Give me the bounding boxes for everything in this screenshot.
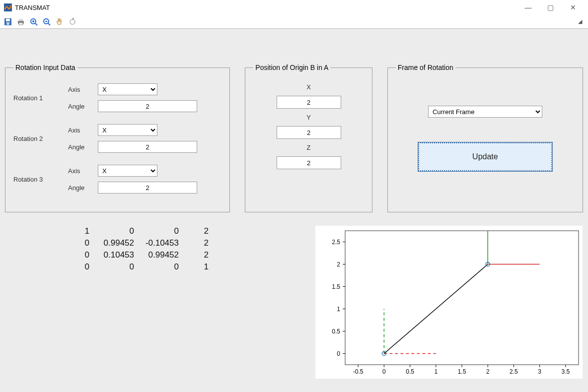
svg-text:2: 2: [486, 368, 490, 375]
svg-text:2.5: 2.5: [332, 239, 340, 246]
update-button[interactable]: Update: [418, 142, 552, 171]
rotation3-axis-select[interactable]: X: [98, 165, 157, 177]
transform-matrix: 100200.99452-0.10453200.104530.994522000…: [70, 225, 228, 379]
pos-z-label: Z: [307, 144, 311, 151]
rotation1-angle-label: Angle: [68, 103, 98, 110]
titlebar: TRANSMAT — ▢ ✕: [0, 0, 588, 15]
rotation2-axis-label: Axis: [68, 127, 98, 134]
app-icon: [4, 3, 12, 11]
svg-line-12: [48, 23, 50, 25]
svg-text:1: 1: [337, 306, 340, 313]
svg-rect-15: [345, 231, 579, 365]
frame-select[interactable]: Current Frame: [428, 106, 542, 118]
svg-line-8: [35, 23, 37, 25]
svg-text:2: 2: [337, 261, 340, 268]
frame-panel: Frame of Rotation Current Frame Update: [387, 64, 583, 212]
svg-text:1.5: 1.5: [332, 283, 340, 290]
rotation-input-panel: Rotation Input Data Rotation 1 Axis X An…: [5, 64, 230, 212]
rotation1-axis-select[interactable]: X: [98, 83, 157, 95]
svg-text:0: 0: [337, 350, 340, 357]
pos-y-label: Y: [306, 114, 311, 121]
svg-text:3: 3: [538, 368, 541, 375]
svg-text:0: 0: [382, 368, 386, 375]
rotation2-angle-input[interactable]: [98, 141, 197, 153]
svg-text:0.5: 0.5: [332, 328, 340, 335]
rotation3-axis-label: Axis: [68, 167, 98, 175]
rotation1-label: Rotation 1: [13, 94, 68, 102]
svg-text:1.5: 1.5: [458, 368, 466, 375]
rotation2-angle-label: Angle: [68, 143, 98, 151]
svg-text:0.5: 0.5: [406, 368, 414, 375]
main-area: Rotation Input Data Rotation 1 Axis X An…: [0, 29, 588, 392]
minimize-button[interactable]: —: [517, 0, 539, 15]
rotation1-axis-label: Axis: [68, 86, 98, 93]
rotation3-angle-label: Angle: [68, 184, 98, 192]
position-panel: Position of Origin B in A X Y Z: [245, 64, 372, 212]
zoom-out-icon[interactable]: [42, 17, 52, 27]
frame-panel-title: Frame of Rotation: [396, 64, 455, 71]
rotation-panel-title: Rotation Input Data: [13, 64, 77, 71]
position-panel-title: Position of Origin B in A: [253, 64, 330, 71]
pos-z-input[interactable]: [277, 156, 341, 169]
dropdown-icon[interactable]: ◢: [575, 17, 585, 27]
pos-x-label: X: [306, 83, 311, 91]
rotation2-axis-select[interactable]: X: [98, 124, 157, 136]
svg-rect-2: [6, 19, 10, 21]
toolbar: ◢: [0, 15, 588, 29]
svg-point-14: [70, 19, 75, 24]
zoom-in-icon[interactable]: [29, 17, 39, 27]
svg-rect-3: [6, 22, 9, 25]
svg-rect-5: [19, 19, 23, 21]
pos-y-input[interactable]: [277, 126, 341, 139]
rotation3-label: Rotation 3: [13, 176, 68, 183]
pan-icon[interactable]: [55, 17, 65, 27]
save-icon[interactable]: [3, 17, 13, 27]
svg-text:-0.5: -0.5: [353, 368, 364, 375]
pos-x-input[interactable]: [277, 96, 341, 109]
svg-text:1: 1: [434, 368, 438, 375]
svg-text:3.5: 3.5: [562, 368, 570, 375]
maximize-button[interactable]: ▢: [539, 0, 562, 15]
rotation2-label: Rotation 2: [13, 135, 68, 142]
print-icon[interactable]: [16, 17, 26, 27]
svg-rect-6: [19, 23, 23, 25]
rotation3-angle-input[interactable]: [98, 182, 197, 194]
close-button[interactable]: ✕: [562, 0, 584, 15]
svg-text:2.5: 2.5: [510, 368, 518, 375]
window-title: TRANSMAT: [15, 4, 50, 11]
rotate-icon[interactable]: [68, 17, 77, 27]
chart: -0.500.511.522.533.500.511.522.5: [315, 225, 583, 379]
rotation1-angle-input[interactable]: [98, 100, 197, 112]
